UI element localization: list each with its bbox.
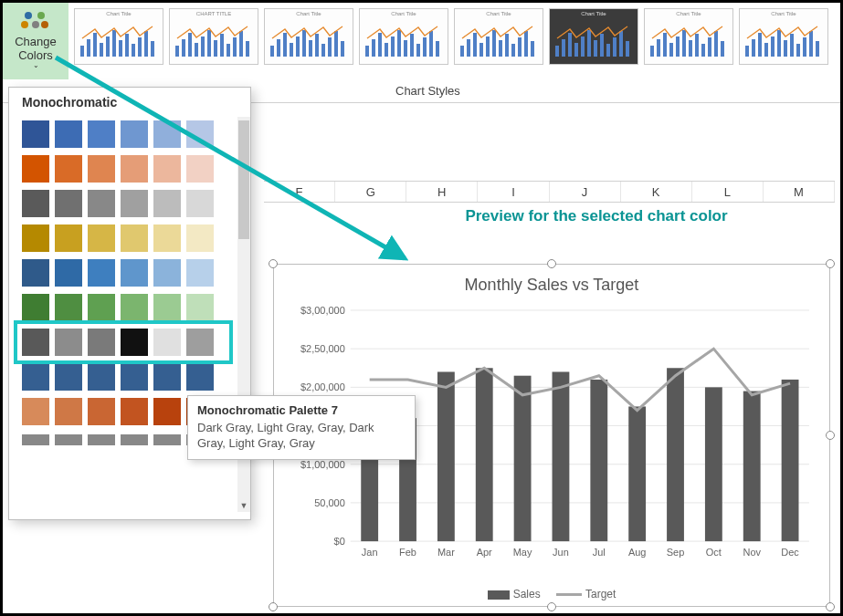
palette-option[interactable]: [18, 151, 228, 186]
svg-rect-5: [112, 30, 116, 57]
svg-text:$3,00,000: $3,00,000: [300, 305, 345, 316]
svg-rect-92: [796, 44, 800, 57]
svg-rect-57: [518, 37, 522, 57]
color-swatch: [186, 294, 214, 321]
svg-rect-120: [705, 387, 722, 541]
palette-option[interactable]: [18, 186, 228, 221]
column-header[interactable]: J: [550, 182, 621, 202]
resize-handle[interactable]: [269, 602, 278, 611]
svg-rect-95: [816, 41, 819, 57]
color-swatch: [55, 120, 82, 148]
scroll-down-arrow[interactable]: ▼: [237, 499, 250, 512]
color-palette-icon: [21, 12, 50, 32]
color-swatch: [55, 259, 82, 287]
chart-style-thumb[interactable]: Chart Title: [644, 8, 733, 65]
svg-rect-82: [714, 31, 718, 57]
svg-rect-58: [524, 31, 528, 57]
svg-rect-72: [650, 46, 654, 57]
change-colors-button[interactable]: Change Colors ⌄: [3, 3, 68, 79]
svg-rect-24: [270, 46, 274, 57]
column-header[interactable]: H: [406, 182, 478, 202]
svg-rect-54: [499, 40, 502, 57]
svg-rect-8: [132, 44, 135, 57]
resize-handle[interactable]: [826, 259, 835, 268]
svg-rect-63: [574, 43, 578, 57]
column-header[interactable]: I: [478, 182, 549, 202]
chart-style-thumb[interactable]: Chart Title: [359, 8, 448, 65]
color-swatch: [121, 294, 148, 321]
svg-rect-47: [436, 41, 439, 57]
chart-style-thumb[interactable]: Chart Title: [739, 8, 828, 65]
column-header[interactable]: M: [764, 182, 835, 202]
color-swatch: [55, 190, 82, 217]
color-swatch: [121, 363, 148, 391]
svg-rect-3: [100, 43, 103, 57]
color-swatch: [153, 224, 181, 252]
palette-option[interactable]: [18, 256, 228, 290]
svg-rect-62: [568, 33, 572, 57]
legend-line-icon: [556, 593, 582, 596]
chart-legend[interactable]: Sales Target: [274, 588, 829, 600]
svg-rect-83: [721, 41, 724, 57]
svg-rect-19: [220, 34, 224, 57]
svg-rect-27: [290, 43, 293, 57]
svg-rect-117: [590, 380, 607, 541]
column-header[interactable]: K: [621, 182, 692, 202]
palette-option[interactable]: [18, 221, 228, 256]
palette-option[interactable]: [18, 117, 228, 151]
color-swatch: [22, 259, 49, 287]
svg-text:Jan: Jan: [362, 547, 378, 558]
scroll-thumb[interactable]: [238, 120, 249, 239]
color-swatch: [153, 434, 181, 445]
tooltip-title: Monochromatic Palette 7: [197, 403, 406, 417]
svg-rect-11: [151, 41, 154, 57]
svg-rect-41: [397, 30, 401, 57]
resize-handle[interactable]: [826, 602, 835, 611]
svg-rect-59: [531, 41, 534, 57]
column-header[interactable]: F: [264, 182, 335, 202]
resize-handle[interactable]: [826, 431, 835, 440]
chart-style-thumb[interactable]: Chart Title: [264, 8, 353, 65]
color-swatch: [186, 363, 214, 391]
chart-styles-group-label: Chart Styles: [395, 84, 460, 98]
color-swatch: [153, 363, 181, 391]
svg-rect-89: [777, 30, 781, 57]
chart-style-thumb[interactable]: Chart Title: [454, 8, 543, 65]
resize-handle[interactable]: [547, 259, 556, 268]
svg-rect-90: [784, 40, 787, 57]
svg-text:$2,50,000: $2,50,000: [300, 343, 345, 354]
chart-style-thumb[interactable]: CHART TITLE: [169, 8, 258, 65]
svg-rect-34: [334, 31, 338, 57]
column-header[interactable]: G: [335, 182, 406, 202]
resize-handle[interactable]: [547, 602, 556, 611]
svg-text:Sep: Sep: [667, 547, 685, 558]
palette-option[interactable]: [18, 360, 228, 394]
color-swatch: [153, 259, 181, 287]
color-section-header: Monochromatic: [9, 88, 250, 115]
svg-rect-7: [125, 34, 129, 57]
palette-option[interactable]: [18, 325, 228, 360]
svg-rect-21: [233, 37, 237, 57]
color-swatch: [121, 155, 148, 183]
color-swatch: [22, 329, 49, 356]
svg-rect-26: [283, 33, 287, 57]
svg-text:Oct: Oct: [706, 547, 722, 558]
svg-rect-42: [404, 40, 407, 57]
palette-option[interactable]: [18, 290, 228, 325]
svg-rect-49: [467, 39, 470, 57]
svg-rect-81: [708, 37, 711, 57]
chart-style-thumb[interactable]: Chart Title: [549, 8, 638, 65]
color-swatch: [121, 434, 148, 445]
svg-text:Dec: Dec: [781, 547, 799, 558]
column-header[interactable]: L: [692, 182, 764, 202]
resize-handle[interactable]: [269, 259, 278, 268]
svg-rect-116: [553, 371, 570, 541]
svg-rect-29: [302, 30, 306, 57]
chart-title[interactable]: Monthly Sales vs Target: [274, 265, 829, 300]
color-swatch: [186, 259, 214, 287]
color-swatch: [121, 120, 148, 148]
svg-rect-84: [745, 46, 749, 57]
chart-style-thumb[interactable]: Chart Title: [74, 8, 163, 65]
color-swatch: [186, 120, 214, 148]
svg-rect-68: [606, 44, 610, 57]
